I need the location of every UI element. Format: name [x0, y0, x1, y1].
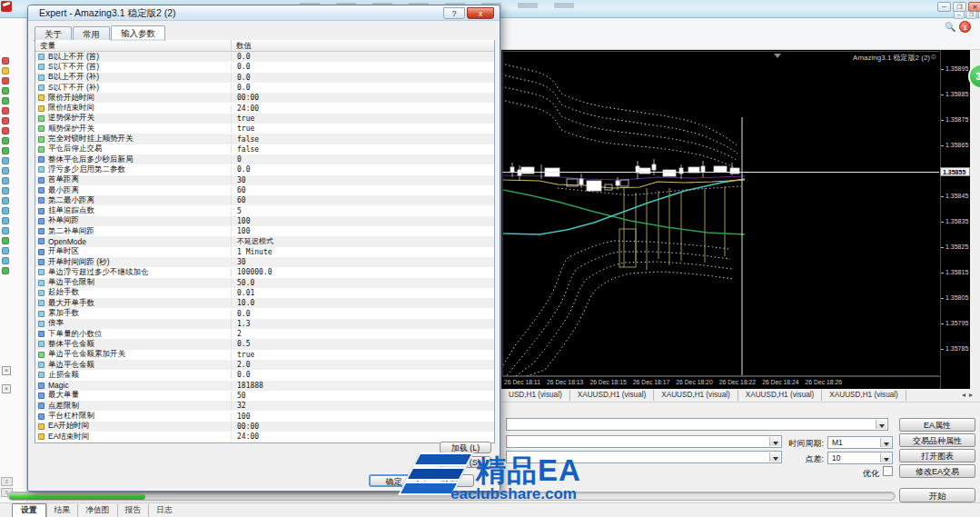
tester-tab[interactable]: 设置 [12, 503, 46, 517]
param-value[interactable]: 0.0 [231, 371, 494, 379]
param-row[interactable]: B以上不开 (补) 0.0 [35, 73, 494, 83]
tester-button[interactable]: EA属性 [899, 418, 975, 432]
chart-tab[interactable]: XAUUSD,H1 (visual) [822, 390, 906, 401]
tab-common[interactable]: 常用 [73, 26, 110, 40]
param-value[interactable]: 0 [231, 155, 494, 164]
param-value[interactable]: 0.0 [231, 63, 494, 71]
param-value[interactable]: false [231, 145, 494, 154]
dropdown-arrow-icon[interactable] [880, 453, 891, 462]
param-value[interactable]: 5 [231, 207, 494, 215]
indicator-icon[interactable] [2, 157, 9, 164]
param-row[interactable]: OpenMode 不延迟模式 [35, 236, 494, 246]
load-button[interactable]: 加载 (L) [440, 442, 491, 453]
time-axis[interactable]: 26 Dec 18:1126 Dec 18:1326 Dec 18:1526 D… [502, 376, 940, 389]
param-row[interactable]: 逆势保护开关 true [35, 114, 494, 124]
indicator-icon[interactable] [2, 267, 9, 274]
param-value[interactable]: 1 Minute [231, 248, 494, 256]
indicator-icon[interactable] [2, 97, 9, 104]
param-row[interactable]: EA结束时间 24:00 [35, 432, 494, 442]
chart-tab[interactable]: USD,H1 (visual) [501, 390, 570, 401]
tab-next-icon[interactable]: ▸ [969, 391, 976, 399]
param-row[interactable]: 最大开单手数 10.0 [35, 298, 494, 308]
chart-area[interactable]: Amazing3.1 稳定版2 (2) ☺ 1.358951.358851.35… [501, 50, 970, 389]
panel-close-icon[interactable]: × [2, 384, 11, 393]
param-row[interactable]: 下单量的小数位 2 [35, 329, 494, 339]
dates-select[interactable] [506, 451, 782, 463]
param-value[interactable]: 00:00 [231, 94, 494, 102]
tab-inputs[interactable]: 输入参数 [111, 25, 165, 41]
indicator-icon[interactable] [2, 87, 9, 94]
param-value[interactable]: 100000.0 [231, 268, 494, 276]
param-row[interactable]: 最大单量 50 [35, 391, 494, 401]
param-row[interactable]: 挂单追踪点数 5 [35, 205, 494, 215]
param-row[interactable]: 补单间距 100 [35, 216, 494, 226]
param-value[interactable]: 50 [231, 392, 494, 400]
indicator-icon[interactable] [2, 207, 9, 214]
param-row[interactable]: 限价开始时间 00:00 [35, 93, 494, 103]
param-row[interactable]: 倍率 1.3 [35, 319, 494, 329]
symbol-select[interactable] [506, 435, 782, 448]
param-value[interactable]: 2.0 [231, 361, 494, 369]
indicator-icon[interactable] [2, 67, 9, 75]
panel-close-icon[interactable]: × [2, 366, 11, 375]
param-row[interactable]: 累加手数 0.0 [35, 308, 494, 318]
indicator-icon[interactable] [2, 57, 9, 65]
indicator-icon[interactable] [2, 107, 9, 114]
param-row[interactable]: Magic 181888 [35, 381, 494, 391]
indicator-icon[interactable] [2, 237, 9, 244]
param-row[interactable]: 单边平仓金额 2.0 [35, 360, 494, 370]
param-row[interactable]: 完全对锁时挂上顺势开关 false [35, 134, 494, 144]
param-row[interactable]: 点差限制 32 [35, 401, 494, 411]
indicator-icon[interactable] [2, 147, 9, 154]
param-value[interactable]: 100 [231, 413, 494, 421]
chart-minimize-button[interactable]: ─ [954, 11, 965, 19]
indicator-icon[interactable] [2, 137, 9, 144]
indicator-icon[interactable] [2, 227, 9, 234]
search-icon[interactable]: 🔍 [945, 22, 955, 32]
param-row[interactable]: EA开始时间 00:00 [35, 422, 494, 432]
dialog-titlebar[interactable]: Expert - Amazing3.1 稳定版2 (2) ? x [28, 5, 500, 21]
param-value[interactable]: false [231, 135, 494, 144]
param-row[interactable]: 开单时区 1 Minute [35, 247, 494, 257]
tester-button[interactable]: 打开图表 [899, 449, 975, 462]
param-row[interactable]: 整体平仓金额 0.5 [35, 339, 494, 349]
param-value[interactable]: 50.0 [231, 279, 494, 287]
param-value[interactable]: 100 [231, 217, 494, 225]
param-row[interactable]: 浮亏多少启用第二参数 0.0 [35, 164, 494, 174]
param-row[interactable]: S以下不开 (首) 0.0 [35, 62, 494, 72]
param-value[interactable]: 2 [231, 330, 494, 338]
indicator-icon[interactable] [2, 247, 9, 254]
tab-scroll-arrows[interactable]: ◂▸ [962, 391, 976, 399]
chart-tab[interactable]: XAUUSD,H1 (visual) [570, 390, 655, 401]
tester-tab[interactable]: 日志 [148, 504, 180, 517]
param-value[interactable]: 0.01 [231, 289, 494, 297]
param-value[interactable]: 0.0 [231, 53, 494, 61]
param-value[interactable]: 24:00 [231, 104, 494, 113]
chart-tab[interactable]: XAUUSD,H1 (visual) [738, 390, 823, 401]
param-row[interactable]: 开单时间间距 (秒) 30 [35, 257, 494, 267]
start-button[interactable]: 开始 [899, 488, 975, 502]
ok-button[interactable]: 确定 [369, 474, 419, 487]
param-value[interactable]: true [231, 351, 494, 359]
param-value[interactable]: 0.0 [231, 310, 494, 318]
tab-prev-icon[interactable]: ◂ [962, 391, 969, 399]
indicator-icon[interactable] [2, 77, 9, 85]
indicator-icon[interactable] [2, 187, 9, 194]
indicator-icon[interactable] [2, 197, 9, 204]
param-value[interactable]: true [231, 124, 494, 133]
tester-button[interactable]: 交易品种属性 [899, 433, 975, 447]
dialog-close-button[interactable]: x [467, 7, 494, 19]
param-row[interactable]: 顺势保护开关 true [35, 124, 494, 134]
price-scale[interactable]: 1.358951.358851.358751.358651.358551.358… [940, 50, 970, 389]
dropdown-arrow-icon[interactable] [876, 420, 886, 429]
save-button[interactable]: 保存 (S) [440, 456, 491, 468]
param-row[interactable]: 单边平仓限制 50.0 [35, 278, 494, 288]
param-value[interactable]: true [231, 114, 494, 123]
param-row[interactable]: 限价结束时间 24:00 [35, 103, 494, 113]
spread-select[interactable]: 10 [827, 452, 893, 464]
param-value[interactable]: 181888 [231, 382, 494, 390]
param-value[interactable]: 60 [231, 196, 494, 204]
chart-plot[interactable] [502, 51, 939, 376]
param-row[interactable]: 止损金额 0.0 [35, 370, 494, 380]
tester-tab[interactable]: 净值图 [77, 504, 116, 517]
